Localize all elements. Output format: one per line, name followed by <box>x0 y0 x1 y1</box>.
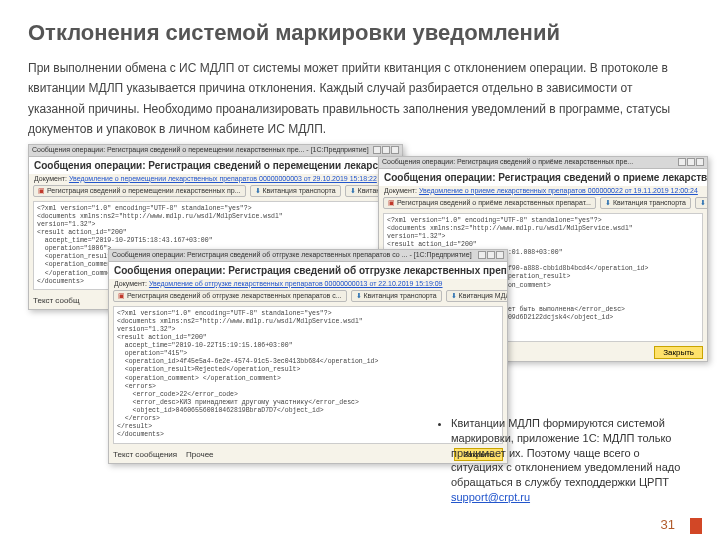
window-1-tabs: ▣Регистрация сведений о перемещении лека… <box>29 183 402 199</box>
window-controls[interactable] <box>372 146 399 155</box>
window-2-band: Сообщения операции: Регистрация сведений… <box>379 169 707 186</box>
tab-main[interactable]: ▣Регистрация сведений об отгрузке лекарс… <box>113 290 347 302</box>
window-3-band: Сообщения операции: Регистрация сведений… <box>109 262 507 279</box>
down-icon: ⬇ <box>700 199 706 207</box>
doc-icon: ▣ <box>388 199 395 207</box>
doc-label: Документ: <box>384 187 417 194</box>
close-button[interactable]: Закрыть <box>654 346 703 359</box>
window-3-outer-title: Сообщения операции: Регистрация сведений… <box>112 251 472 260</box>
window-2-outer-title: Сообщения операции: Регистрация сведений… <box>382 158 633 167</box>
down-icon: ⬇ <box>605 199 611 207</box>
page-number: 31 <box>661 517 675 532</box>
tab-transport[interactable]: ⬇Квитанция транспорта <box>250 185 341 197</box>
window-1-titlebar: Сообщения операции: Регистрация сведений… <box>29 145 402 157</box>
screenshots-area: Сообщения операции: Регистрация сведений… <box>28 144 708 454</box>
window-2-titlebar: Сообщения операции: Регистрация сведений… <box>379 157 707 169</box>
down-icon: ⬇ <box>255 187 261 195</box>
down-icon: ⬇ <box>451 292 457 300</box>
window-3-docline: Документ: Уведомление об отгрузке лекарс… <box>109 279 507 288</box>
down-icon: ⬇ <box>350 187 356 195</box>
window-1-outer-title: Сообщения операции: Регистрация сведений… <box>32 146 369 155</box>
intro-paragraph: При выполнении обмена с ИС МДЛП от систе… <box>28 58 692 140</box>
window-3-titlebar: Сообщения операции: Регистрация сведений… <box>109 250 507 262</box>
doc-link[interactable]: Уведомление о перемещении лекарственных … <box>69 175 377 182</box>
doc-link[interactable]: Уведомление об отгрузке лекарственных пр… <box>149 280 443 287</box>
doc-label: Документ: <box>114 280 147 287</box>
doc-label: Документ: <box>34 175 67 182</box>
tab-transport[interactable]: ⬇Квитанция транспорта <box>600 197 691 209</box>
window-2-docline: Документ: Уведомление о приеме лекарстве… <box>379 186 707 195</box>
doc-link[interactable]: Уведомление о приеме лекарственных препа… <box>419 187 698 194</box>
window-1-band: Сообщения операции: Регистрация сведений… <box>29 157 402 174</box>
accent-bar <box>690 518 702 534</box>
tab-transport[interactable]: ⬇Квитанция транспорта <box>351 290 442 302</box>
note-block: Квитанции МДЛП формируются системой марк… <box>437 416 692 505</box>
window-controls[interactable] <box>677 158 704 167</box>
window-3-tabs: ▣Регистрация сведений об отгрузке лекарс… <box>109 288 507 304</box>
footer-text: Текст сообщ <box>33 296 80 305</box>
support-link[interactable]: support@crpt.ru <box>451 491 530 503</box>
tab-mdlp[interactable]: ⬇Квитанция МДЛП <box>695 197 707 209</box>
window-1-docline: Документ: Уведомление о перемещении лека… <box>29 174 402 183</box>
page-title: Отклонения системой маркировки уведомлен… <box>28 20 692 46</box>
footer-mid: Прочее <box>186 450 214 459</box>
tab-main[interactable]: ▣Регистрация сведений о перемещении лека… <box>33 185 246 197</box>
tab-main[interactable]: ▣Регистрация сведений о приёме лекарстве… <box>383 197 596 209</box>
window-controls[interactable] <box>477 251 504 260</box>
tab-mdlp[interactable]: ⬇Квитанция МДЛП <box>446 290 507 302</box>
doc-icon: ▣ <box>38 187 45 195</box>
down-icon: ⬇ <box>356 292 362 300</box>
note-text: Квитанции МДЛП формируются системой марк… <box>451 417 680 488</box>
window-2-tabs: ▣Регистрация сведений о приёме лекарстве… <box>379 195 707 211</box>
footer-text: Текст сообщения <box>113 450 177 459</box>
doc-icon: ▣ <box>118 292 125 300</box>
